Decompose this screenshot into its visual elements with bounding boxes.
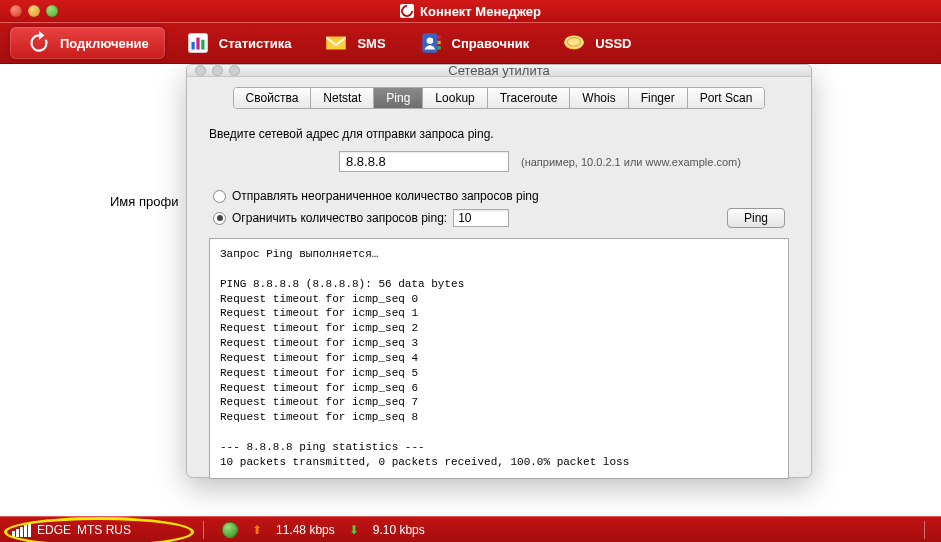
app-icon: [400, 4, 414, 18]
main-navbar: Подключение Статистика SMS Справочник US…: [0, 22, 941, 64]
download-speed: 9.10 kbps: [373, 523, 425, 537]
svg-rect-1: [191, 42, 194, 50]
radio-unlimited-label: Отправлять неограниченное количество зап…: [232, 189, 539, 203]
tab-whois[interactable]: Whois: [570, 88, 628, 108]
signal-bars-icon: [12, 523, 31, 537]
envelope-icon: [323, 30, 349, 56]
tab-traceroute[interactable]: Traceroute: [488, 88, 571, 108]
nav-ussd[interactable]: USSD: [545, 23, 647, 63]
svg-rect-2: [196, 38, 199, 50]
signal-indicator: EDGE MTS RUS: [12, 523, 131, 537]
separator: [924, 521, 925, 539]
profile-name-label: Имя профи: [110, 194, 178, 209]
nav-contacts[interactable]: Справочник: [402, 23, 546, 63]
ping-unlimited-row[interactable]: Отправлять неограниченное количество зап…: [213, 189, 789, 203]
app-title: Коннект Менеджер: [0, 4, 941, 19]
ping-button[interactable]: Ping: [727, 208, 785, 228]
close-icon[interactable]: [10, 5, 22, 17]
bar-chart-icon: [185, 30, 211, 56]
radio-unlimited[interactable]: [213, 190, 226, 203]
upload-arrow-icon: ⬆: [252, 523, 262, 537]
network-utility-window: Сетевая утилита Свойства Netstat Ping Lo…: [186, 64, 812, 478]
app-titlebar: Коннект Менеджер: [0, 0, 941, 22]
connection-status-icon: [222, 522, 238, 538]
nav-stats[interactable]: Статистика: [169, 23, 308, 63]
tab-finger[interactable]: Finger: [629, 88, 688, 108]
nav-connect[interactable]: Подключение: [10, 27, 165, 59]
nav-stats-label: Статистика: [219, 36, 292, 51]
coin-icon: [561, 30, 587, 56]
ping-address-row: (например, 10.0.2.1 или www.example.com): [339, 151, 789, 172]
svg-rect-7: [437, 41, 440, 44]
minimize-icon[interactable]: [28, 5, 40, 17]
tab-ping[interactable]: Ping: [374, 88, 423, 108]
nav-sms-label: SMS: [357, 36, 385, 51]
download-arrow-icon: ⬇: [349, 523, 359, 537]
ping-address-hint: (например, 10.0.2.1 или www.example.com): [521, 156, 741, 168]
nav-sms[interactable]: SMS: [307, 23, 401, 63]
netutil-tabs: Свойства Netstat Ping Lookup Traceroute …: [187, 87, 811, 109]
netutil-body: Введите сетевой адрес для отправки запро…: [187, 109, 811, 493]
operator-name: MTS RUS: [77, 523, 131, 537]
main-content: Имя профи Сетевая утилита Свойства Netst…: [0, 64, 941, 516]
ping-address-input[interactable]: [339, 151, 509, 172]
upload-speed: 11.48 kbps: [276, 523, 335, 537]
tab-lookup[interactable]: Lookup: [423, 88, 487, 108]
nav-ussd-label: USSD: [595, 36, 631, 51]
network-type: EDGE: [37, 523, 71, 537]
app-title-text: Коннект Менеджер: [420, 4, 541, 19]
nav-connect-label: Подключение: [60, 36, 149, 51]
netutil-titlebar: Сетевая утилита: [187, 65, 811, 77]
refresh-icon: [26, 30, 52, 56]
tab-portscan[interactable]: Port Scan: [688, 88, 765, 108]
window-controls: [10, 5, 58, 17]
nav-contacts-label: Справочник: [452, 36, 530, 51]
tab-info[interactable]: Свойства: [234, 88, 312, 108]
svg-rect-3: [201, 40, 204, 50]
separator: [203, 521, 204, 539]
status-bar: EDGE MTS RUS ⬆ 11.48 kbps ⬇ 9.10 kbps: [0, 516, 941, 542]
ping-output[interactable]: Запрос Ping выполняется… PING 8.8.8.8 (8…: [209, 238, 789, 479]
zoom-icon[interactable]: [46, 5, 58, 17]
ping-instruction: Введите сетевой адрес для отправки запро…: [209, 127, 789, 141]
svg-point-5: [426, 38, 433, 45]
address-book-icon: [418, 30, 444, 56]
tab-netstat[interactable]: Netstat: [311, 88, 374, 108]
svg-rect-8: [437, 46, 440, 49]
svg-rect-6: [437, 35, 440, 38]
netutil-title: Сетевая утилита: [187, 64, 811, 78]
